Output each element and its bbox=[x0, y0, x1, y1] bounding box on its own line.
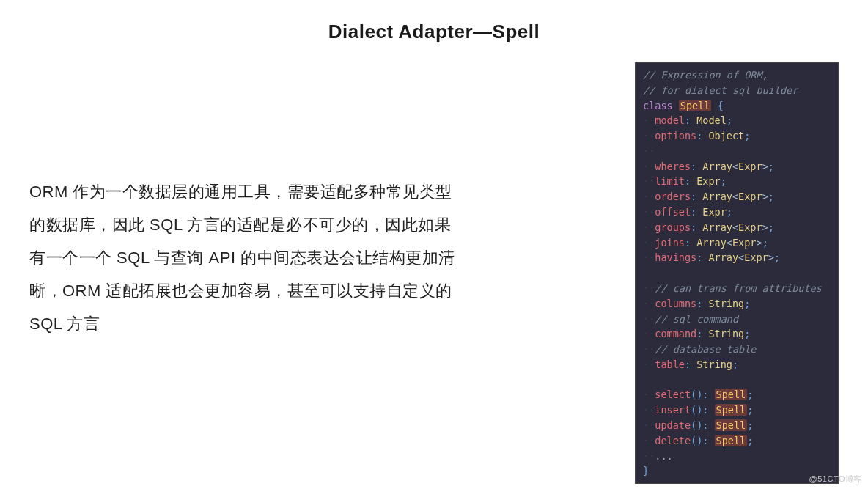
code-type: Expr bbox=[702, 206, 727, 218]
code-prop: groups bbox=[655, 221, 691, 233]
code-comment: // Expression of ORM, bbox=[643, 69, 768, 81]
code-type: Array bbox=[702, 221, 732, 233]
code-comment: // can trans from attributes bbox=[655, 282, 822, 294]
code-method: update bbox=[655, 419, 691, 431]
content-row: ORM 作为一个数据层的通用工具，需要适配多种常见类型的数据库，因此 SQL 方… bbox=[29, 58, 839, 484]
code-type: Expr bbox=[738, 161, 762, 172]
code-type: Expr bbox=[744, 251, 768, 263]
code-keyword: class bbox=[643, 100, 673, 111]
code-method: select bbox=[655, 389, 691, 400]
code-method: insert bbox=[655, 404, 691, 416]
code-prop: command bbox=[655, 328, 696, 339]
code-prop: options bbox=[655, 130, 696, 141]
body-paragraph: ORM 作为一个数据层的通用工具，需要适配多种常见类型的数据库，因此 SQL 方… bbox=[29, 175, 462, 340]
code-type: Expr bbox=[732, 237, 757, 249]
slide: Dialect Adapter—Spell ORM 作为一个数据层的通用工具，需… bbox=[0, 0, 868, 489]
code-type: String bbox=[708, 298, 744, 309]
code-prop: offset bbox=[655, 206, 691, 218]
code-type: String bbox=[708, 328, 744, 339]
code-brace: } bbox=[643, 465, 649, 477]
code-prop: table bbox=[655, 359, 685, 370]
code-classname: Spell bbox=[679, 100, 712, 111]
code-type: Array bbox=[702, 191, 732, 202]
code-column: // Expression of ORM, // for dialect sql… bbox=[635, 62, 839, 484]
code-type: Expr bbox=[738, 221, 762, 233]
code-prop: orders bbox=[655, 191, 691, 202]
code-return-type: Spell bbox=[715, 404, 748, 416]
watermark: @51CTO博客 bbox=[809, 474, 862, 485]
code-method: delete bbox=[655, 435, 691, 446]
code-ellipsis: ... bbox=[655, 450, 672, 462]
code-prop: havings bbox=[655, 251, 696, 263]
code-return-type: Spell bbox=[715, 435, 748, 446]
code-type: String bbox=[696, 359, 732, 370]
code-brace: { bbox=[711, 100, 723, 111]
code-prop: model bbox=[655, 114, 685, 126]
code-type: Array bbox=[708, 251, 738, 263]
code-prop: columns bbox=[655, 298, 696, 309]
code-prop: wheres bbox=[655, 161, 691, 172]
code-block: // Expression of ORM, // for dialect sql… bbox=[635, 62, 839, 484]
code-prop: limit bbox=[655, 175, 685, 187]
code-type: Object bbox=[708, 130, 744, 141]
code-return-type: Spell bbox=[715, 419, 748, 431]
code-type: Array bbox=[702, 161, 732, 172]
code-return-type: Spell bbox=[715, 389, 748, 400]
code-type: Model bbox=[696, 114, 727, 126]
code-type: Expr bbox=[738, 191, 762, 202]
code-type: Expr bbox=[696, 175, 721, 187]
code-comment: // for dialect sql builder bbox=[643, 84, 798, 96]
code-prop: joins bbox=[655, 237, 685, 249]
code-type: Array bbox=[696, 237, 727, 249]
code-comment: // sql command bbox=[655, 313, 738, 325]
slide-title: Dialect Adapter—Spell bbox=[29, 21, 839, 43]
code-comment: // database table bbox=[655, 343, 756, 355]
